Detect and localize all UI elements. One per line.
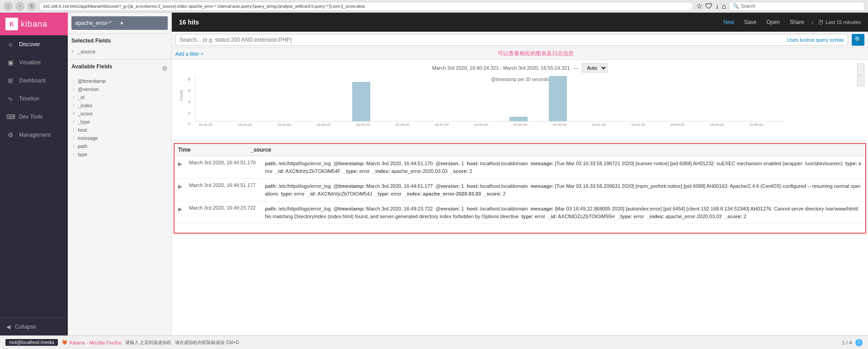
field-item-message[interactable]: t message xyxy=(71,134,168,142)
field-key-type-3: type: xyxy=(521,214,533,219)
reload-button[interactable]: ↻ xyxy=(27,2,36,11)
field-key-id-2: _id: xyxy=(307,191,316,196)
field-item-type[interactable]: t _type xyxy=(71,118,168,126)
field-type-badge: ? xyxy=(71,49,76,54)
dashboard-icon: ⊞ xyxy=(6,77,14,84)
field-item-score[interactable]: # _score xyxy=(71,110,168,118)
new-button[interactable]: New xyxy=(721,18,737,26)
time-filter[interactable]: ⏱ Last 15 minutes xyxy=(818,19,861,26)
field-name: _source xyxy=(78,49,95,54)
field-key-index-3: _index: xyxy=(647,214,665,219)
field-item-path[interactable]: t path xyxy=(71,142,168,150)
field-item-version[interactable]: t @version xyxy=(71,85,168,93)
result-source-1: path: /etc/httpd/logs/error_log @timesta… xyxy=(265,160,862,175)
index-pattern-row: apache_error-* ▼ xyxy=(68,13,171,34)
field-key-host-1: host: xyxy=(467,161,479,166)
forward-button[interactable]: › xyxy=(15,2,24,11)
histogram-chart: 8 6 4 2 0 xyxy=(179,76,789,126)
kibana-header-right: New Save Open Share ‹ ⏱ Last 15 minutes xyxy=(721,18,861,26)
field-key-id-3: _id: xyxy=(548,214,557,219)
chart-separator: — xyxy=(573,65,578,71)
main-content: 16 hits New Save Open Share ‹ ⏱ Last 15 … xyxy=(172,13,868,335)
browser-search-bar[interactable]: 🔍 Search xyxy=(729,2,864,11)
shield-icon[interactable]: 🛡 xyxy=(705,2,712,10)
chart-area: March 3rd 2020, 16:40:24.321 - March 3rd… xyxy=(172,60,868,141)
sidebar-item-management[interactable]: ⚙ Management xyxy=(0,126,68,144)
sidebar-item-label: Visualize xyxy=(19,59,41,66)
field-key-message-1: message: xyxy=(531,161,554,166)
chart-interval-select[interactable]: Auto xyxy=(582,63,608,72)
xlabel-0: 16:41:00 xyxy=(198,123,213,126)
firefox-label: Kibana - Mozilla Firefox xyxy=(70,340,122,345)
save-button[interactable]: Save xyxy=(741,18,759,26)
gear-icon[interactable]: ⚙ xyxy=(162,65,168,72)
lucene-syntax-link[interactable]: Uses lucene query syntax xyxy=(787,37,844,43)
xlabel-12: 16:53:00 xyxy=(670,123,685,126)
xlabel-5: 16:46:00 xyxy=(395,123,410,126)
field-name: @timestamp xyxy=(78,78,106,84)
results-area[interactable]: Time _source ▶ March 3rd 2020, 16:44:51.… xyxy=(172,141,868,335)
share-button[interactable]: Share xyxy=(787,18,807,26)
field-type-t3: t xyxy=(71,103,76,108)
filter-row: Add a filter + 可以查看相应的图表及日志信息 xyxy=(172,48,868,60)
xlabel-8: 16:49:00 xyxy=(513,123,528,126)
field-item-source[interactable]: ? _source xyxy=(71,48,168,56)
search-button[interactable]: 🔍 xyxy=(852,34,864,46)
kibana-logo-text: kibana xyxy=(21,19,47,29)
field-item-timestamp[interactable]: ○ @timestamp xyxy=(71,77,168,85)
bookmark-icon[interactable]: ☆ xyxy=(696,2,703,10)
sidebar-item-devtools[interactable]: ⌨ Dev Tools xyxy=(0,108,68,126)
field-key-host-3: host: xyxy=(467,206,479,211)
field-key-timestamp-1: @timestamp: xyxy=(334,161,365,166)
info-icon[interactable]: i xyxy=(855,339,863,346)
field-key-timestamp-2: @timestamp: xyxy=(334,183,365,189)
app-container: K kibana ○ Discover ▣ Visualize ⊞ Dashbo… xyxy=(0,13,868,335)
sidebar-item-timelion[interactable]: ∿ Timelion xyxy=(0,90,68,108)
kibana-header: 16 hits New Save Open Share ‹ ⏱ Last 15 … xyxy=(172,13,868,32)
chevron-left-icon[interactable]: ‹ xyxy=(811,19,814,26)
bar-1648 xyxy=(509,117,528,121)
kibana-header-left: 16 hits xyxy=(179,19,199,26)
back-button[interactable]: ‹ xyxy=(4,2,13,11)
index-pattern-select[interactable]: apache_error-* ▼ xyxy=(71,16,168,30)
sidebar-collapse-button[interactable]: ◀ Collapse xyxy=(0,318,68,335)
field-item-host[interactable]: t host xyxy=(71,126,168,134)
sidebar-item-discover[interactable]: ○ Discover xyxy=(0,35,68,53)
firefox-tab[interactable]: 🦊 Kibana - Mozilla Firefox xyxy=(61,339,122,345)
field-key-type-1: type: xyxy=(845,161,857,166)
expand-row-1[interactable]: ▶ xyxy=(178,160,185,175)
search-input[interactable] xyxy=(179,37,787,43)
sidebar-item-label: Timelion xyxy=(19,96,39,102)
result-time-2: March 3rd 2020, 16:44:51.177 xyxy=(189,182,261,197)
field-type-t8: t xyxy=(71,152,76,157)
url-bar[interactable]: 192.168.8.134:5601/app/kibana#/discover?… xyxy=(39,2,693,11)
collapse-icon: ◀ xyxy=(6,324,10,330)
field-key-score-2: _score: xyxy=(484,191,501,196)
field-item-type2[interactable]: t type xyxy=(71,150,168,158)
expand-row-2[interactable]: ▶ xyxy=(178,182,185,197)
time-filter-label: Last 15 minutes xyxy=(826,19,861,25)
add-filter-button[interactable]: Add a filter + xyxy=(175,51,203,57)
expand-row-3[interactable]: ▶ xyxy=(178,205,185,220)
chevron-down-icon: ▼ xyxy=(120,21,165,26)
timelion-icon: ∿ xyxy=(6,95,14,102)
discover-icon: ○ xyxy=(6,41,14,48)
sidebar-item-dashboard[interactable]: ⊞ Dashboard xyxy=(0,72,68,90)
y-label-0: 0 xyxy=(188,121,190,126)
field-item-id[interactable]: t _id xyxy=(71,93,168,101)
source-column-header: _source xyxy=(250,147,862,153)
result-time-1: March 3rd 2020, 16:44:51.170 xyxy=(189,160,261,175)
field-type-t4: t xyxy=(71,120,76,124)
y-label-8: 8 xyxy=(188,77,190,81)
field-type-t2: t xyxy=(71,95,76,100)
index-pattern-value: apache_error-* xyxy=(75,20,120,26)
y-label-6: 6 xyxy=(188,88,190,93)
announcement-text: 可以查看相应的图表及日志信息 xyxy=(207,50,864,57)
download-icon[interactable]: ↓ xyxy=(715,2,719,10)
field-item-index[interactable]: t _index xyxy=(71,101,168,110)
open-button[interactable]: Open xyxy=(764,18,782,26)
sidebar-item-visualize[interactable]: ▣ Visualize xyxy=(0,53,68,72)
home-icon[interactable]: ⌂ xyxy=(722,2,726,10)
terminal-label[interactable]: root@localhost:/media xyxy=(5,339,58,346)
devtools-icon: ⌨ xyxy=(6,113,14,120)
